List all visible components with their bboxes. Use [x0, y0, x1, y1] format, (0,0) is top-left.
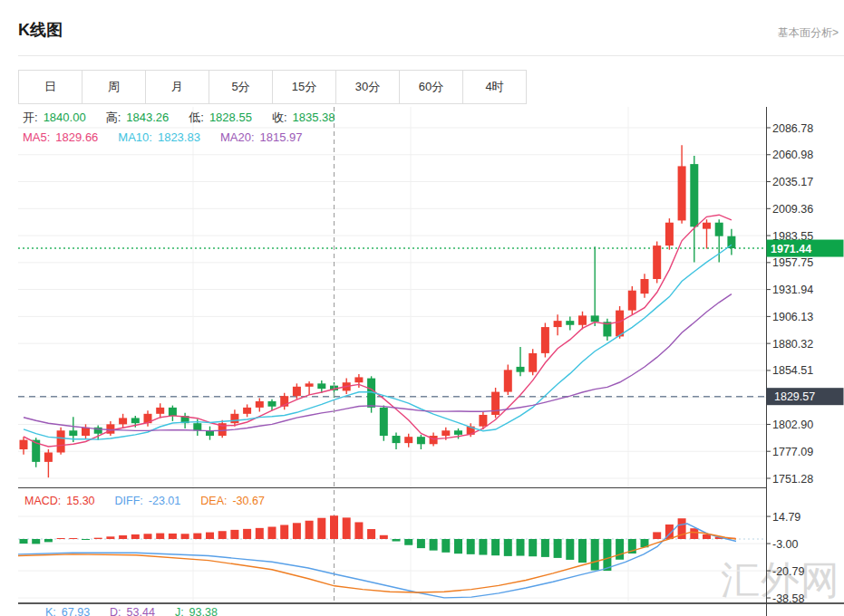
candle-body	[32, 440, 40, 462]
macd-bar	[82, 539, 90, 540]
macd-bar	[678, 518, 686, 539]
macd-bar	[628, 539, 636, 553]
macd-bar	[554, 539, 562, 558]
candle-body	[20, 440, 28, 449]
macd-tick-label: 14.79	[772, 511, 800, 524]
macd-bar	[541, 539, 549, 557]
candle-body	[94, 428, 102, 434]
candle-body	[591, 315, 599, 322]
label: K:	[45, 606, 56, 616]
macd-bar	[690, 528, 698, 539]
macd-bar	[280, 525, 288, 539]
price-tick-label: 1983.55	[772, 230, 813, 243]
candle-body	[441, 430, 450, 436]
candle-body	[727, 236, 735, 248]
current-price-badge-label: 1971.44	[771, 243, 811, 255]
label: 高:	[106, 111, 121, 124]
tab-月[interactable]: 月	[145, 70, 209, 104]
tab-15分[interactable]: 15分	[272, 70, 336, 104]
macd-row-item: DIFF:-23.01	[115, 495, 187, 507]
macd-bar	[578, 539, 587, 563]
ohlc-row-item: 高:1843.26	[106, 111, 175, 124]
candle-body	[454, 430, 462, 435]
watermark: 汇外网	[721, 554, 840, 607]
current-price-badge	[767, 240, 844, 257]
candle-body	[256, 401, 264, 408]
candle-body	[106, 424, 114, 433]
price-tick-label: 2009.36	[772, 203, 813, 216]
timeframe-tabs: 日周月5分15分30分60分4时	[18, 70, 527, 104]
candle-body	[169, 408, 177, 416]
macd-bar	[306, 521, 314, 539]
ohlc-row-item: 收:1835.38	[272, 111, 341, 124]
macd-bar	[529, 539, 537, 556]
macd-bar	[343, 517, 351, 539]
ma-row-item: MA20:1815.97	[220, 130, 308, 144]
ma10-line	[24, 245, 732, 439]
macd-bar	[32, 539, 40, 544]
tab-周[interactable]: 周	[82, 70, 146, 104]
macd-bar	[603, 539, 611, 571]
macd-bar	[94, 538, 102, 539]
candle-body	[616, 311, 624, 337]
ohlc-row-item: 低:1828.55	[189, 111, 257, 124]
candle-body	[354, 377, 363, 382]
candle-body	[131, 418, 140, 423]
macd-row-item: DEA:-30.67	[200, 495, 270, 507]
candles-layer	[20, 145, 736, 477]
candle-body	[566, 321, 574, 325]
candle-body	[541, 327, 549, 353]
label: MA20:	[220, 130, 255, 144]
macd-bar	[616, 539, 624, 560]
price-tick-label: 1802.90	[772, 419, 813, 431]
macd-bar	[417, 539, 425, 548]
macd-histogram	[20, 515, 736, 571]
macd-bar	[293, 523, 301, 539]
ma-row-item: MA5:1829.66	[23, 130, 103, 144]
tab-日[interactable]: 日	[18, 70, 82, 104]
fundamental-analysis-link[interactable]: 基本面分析>	[778, 25, 839, 41]
reference-price-badge	[767, 388, 844, 405]
price-tick-label: 1854.51	[772, 364, 813, 377]
ohlc-row: 开:1840.00高:1843.26低:1828.55收:1835.38	[23, 110, 355, 126]
candle-body	[193, 423, 201, 430]
tab-5分[interactable]: 5分	[209, 70, 273, 104]
candle-body	[343, 382, 351, 390]
candle-body	[641, 279, 649, 294]
macd-bar	[218, 531, 227, 539]
price-tick-label: 1777.09	[772, 446, 813, 458]
macd-bar	[119, 535, 127, 539]
macd-bar	[169, 534, 177, 539]
macd-tick-label: -3.00	[772, 538, 799, 551]
candle-body	[293, 387, 301, 396]
macd-bar	[380, 535, 388, 539]
macd-bar	[243, 529, 251, 539]
candle-body	[430, 436, 438, 444]
candle-body	[479, 415, 487, 427]
price-tick-label: 1880.32	[772, 338, 813, 351]
candle-body	[467, 427, 475, 435]
macd-bar	[441, 539, 450, 553]
candle-body	[628, 291, 636, 311]
candle-body	[578, 315, 587, 324]
tab-60分[interactable]: 60分	[399, 70, 463, 104]
tab-4时[interactable]: 4时	[462, 70, 527, 104]
macd-bar	[181, 534, 189, 539]
macd-bar	[156, 534, 164, 539]
macd-bar	[665, 525, 674, 539]
candle-body	[243, 408, 251, 414]
macd-bar	[653, 532, 661, 539]
candle-body	[367, 379, 375, 408]
macd-bar	[591, 539, 599, 571]
ma20-line	[24, 294, 732, 431]
candle-body	[230, 414, 238, 423]
candle-body	[44, 452, 53, 461]
diff-line	[18, 524, 736, 598]
macd-info-row: MACD:15.30DIFF:-23.01DEA:-30.67	[24, 495, 285, 507]
label: J:	[175, 606, 184, 616]
macd-bar	[230, 530, 238, 539]
value: -23.01	[149, 495, 180, 507]
tab-30分[interactable]: 30分	[335, 70, 400, 104]
macd-bar	[491, 539, 500, 555]
macd-bar	[393, 539, 401, 542]
